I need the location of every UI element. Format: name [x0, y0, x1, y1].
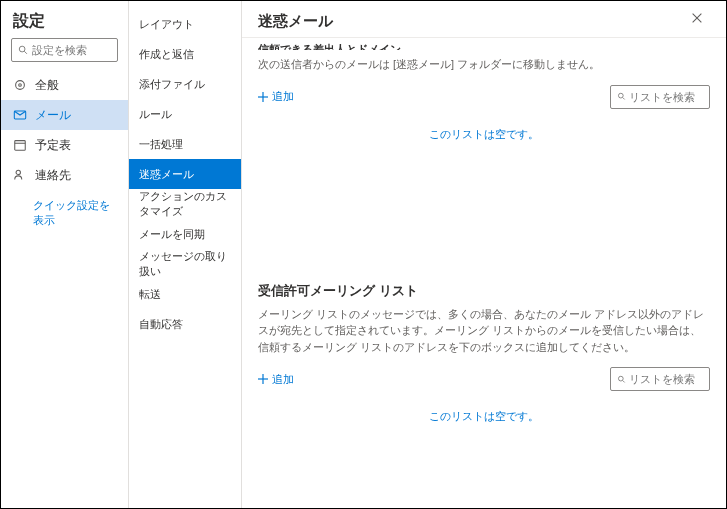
safe-mailing-desc: メーリング リストのメッセージでは、多くの場合、あなたのメール アドレス以外のア… — [258, 306, 710, 356]
subnav-layout[interactable]: レイアウト — [129, 9, 241, 39]
subnav-compose[interactable]: 作成と返信 — [129, 39, 241, 69]
safe-mailing-search-input[interactable] — [629, 373, 703, 385]
nav-label: 予定表 — [35, 137, 71, 154]
settings-sidebar: 設定 全般 メール 予定表 連絡先 クイック設定を表示 — [1, 1, 129, 508]
nav-label: 全般 — [35, 77, 59, 94]
content-pane: 迷惑メール 信頼できる差出人とドメイン 次の送信者からのメールは [迷惑メール]… — [242, 1, 726, 508]
subnav-sweep[interactable]: 一括処理 — [129, 129, 241, 159]
plus-icon — [258, 92, 268, 102]
search-icon — [18, 44, 28, 56]
svg-line-17 — [623, 380, 625, 382]
subnav-forwarding[interactable]: 転送 — [129, 279, 241, 309]
nav-label: メール — [35, 107, 71, 124]
subnav-message-handling[interactable]: メッセージの取り扱い — [129, 249, 241, 279]
nav-people[interactable]: 連絡先 — [1, 160, 128, 190]
safe-senders-desc: 次の送信者からのメールは [迷惑メール] フォルダーに移動しません。 — [258, 56, 710, 73]
safe-mailing-heading: 受信許可メーリング リスト — [258, 282, 710, 300]
subnav-autoresponder[interactable]: 自動応答 — [129, 309, 241, 339]
pane-title: 迷惑メール — [258, 12, 333, 31]
svg-rect-5 — [15, 141, 26, 151]
svg-point-2 — [16, 81, 25, 90]
subnav-attachments[interactable]: 添付ファイル — [129, 69, 241, 99]
safe-senders-search-input[interactable] — [629, 91, 703, 103]
mail-icon — [13, 108, 27, 122]
nav-calendar[interactable]: 予定表 — [1, 130, 128, 160]
safe-senders-search[interactable] — [610, 85, 710, 109]
nav-mail[interactable]: メール — [1, 100, 128, 130]
svg-point-16 — [618, 376, 623, 381]
close-button[interactable] — [690, 11, 710, 31]
nav-label: 連絡先 — [35, 167, 71, 184]
settings-search[interactable] — [11, 38, 118, 62]
svg-line-13 — [623, 98, 625, 100]
svg-line-1 — [24, 51, 27, 54]
nav-general[interactable]: 全般 — [1, 70, 128, 100]
subnav-customize-actions[interactable]: アクションのカスタマイズ — [129, 189, 241, 219]
subnav: レイアウト 作成と返信 添付ファイル ルール 一括処理 迷惑メール アクションの… — [129, 1, 242, 508]
svg-point-3 — [19, 84, 22, 87]
safe-mailing-add-button[interactable]: 追加 — [258, 372, 294, 387]
search-icon — [617, 374, 626, 385]
safe-senders-add-button[interactable]: 追加 — [258, 89, 294, 104]
safe-senders-heading: 信頼できる差出人とドメイン — [258, 42, 710, 50]
safe-mailing-empty: このリストは空です。 — [258, 409, 710, 424]
svg-point-0 — [19, 46, 25, 52]
settings-title: 設定 — [1, 1, 128, 38]
svg-point-12 — [618, 93, 623, 98]
close-icon — [690, 11, 704, 25]
safe-senders-empty: このリストは空です。 — [258, 127, 710, 142]
safe-mailing-search[interactable] — [610, 367, 710, 391]
subnav-sync[interactable]: メールを同期 — [129, 219, 241, 249]
gear-icon — [13, 78, 27, 92]
people-icon — [13, 168, 27, 182]
search-icon — [617, 91, 626, 102]
svg-point-7 — [16, 170, 20, 174]
calendar-icon — [13, 138, 27, 152]
subnav-junk[interactable]: 迷惑メール — [129, 159, 241, 189]
settings-search-input[interactable] — [32, 44, 111, 56]
plus-icon — [258, 374, 268, 384]
quick-settings-link[interactable]: クイック設定を表示 — [1, 190, 128, 228]
subnav-rules[interactable]: ルール — [129, 99, 241, 129]
